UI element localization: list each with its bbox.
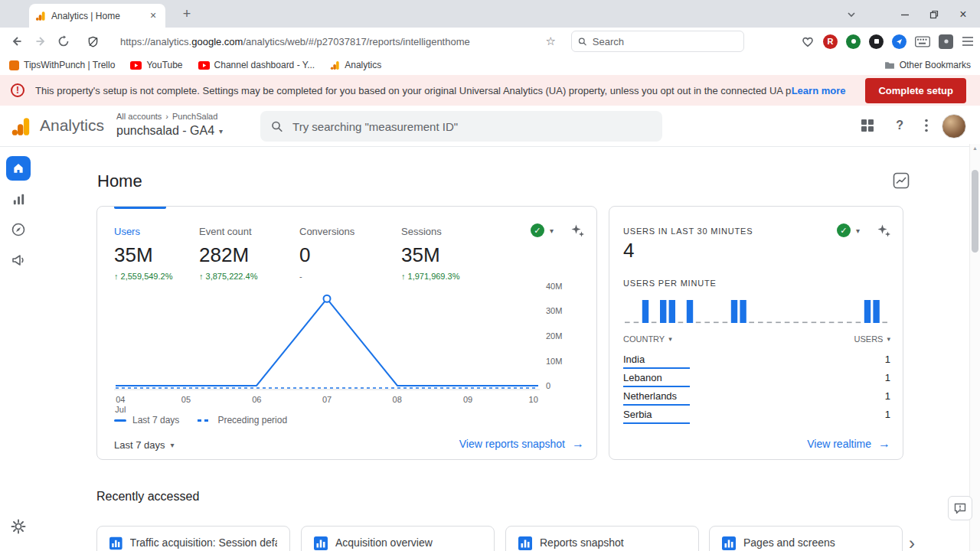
date-range-selector[interactable]: Last 7 days ▾ [114, 439, 175, 451]
scroll-up-arrow-icon[interactable]: ▲ [970, 145, 980, 151]
toolbar-search-box[interactable] [571, 31, 744, 52]
bookmark-star-icon[interactable]: ☆ [546, 34, 556, 48]
recent-card-pages-and-screens[interactable]: Pages and screens [709, 526, 903, 551]
chevron-down-icon: ▾ [887, 335, 890, 343]
analytics-header: Analytics All accounts › PunchSalad punc… [0, 106, 980, 147]
other-bookmarks-button[interactable]: Other Bookmarks [884, 60, 971, 70]
page-title: Home [97, 171, 142, 191]
site-info-shield-icon[interactable] [87, 36, 99, 47]
view-realtime-link[interactable]: View realtime → [807, 437, 890, 451]
recent-card-acquisition-overview[interactable]: Acquisition overview [301, 526, 495, 551]
refresh-button[interactable] [55, 33, 72, 50]
realtime-users-value: 4 [623, 239, 634, 262]
analytics-favicon [35, 11, 46, 21]
dashed-line-swatch [198, 419, 211, 422]
sidebar-item-home[interactable] [6, 156, 31, 181]
country-column-header[interactable]: COUNTRY▾ [623, 334, 672, 344]
report-icon [109, 536, 122, 550]
account-switcher[interactable]: All accounts › PunchSalad punchsalad - G… [116, 112, 223, 138]
tab-search-chevron-icon[interactable] [844, 7, 859, 22]
home-icon [11, 161, 25, 175]
browser-tab[interactable]: Analytics | Home × [29, 4, 165, 28]
sidebar-item-admin[interactable] [9, 517, 28, 536]
metric-tab-conversions[interactable]: Conversions 0 - [299, 226, 401, 281]
metric-tab-users[interactable]: Users 35M ↑ 2,559,549.2% [114, 226, 199, 281]
browser-menu-icon[interactable] [962, 36, 974, 47]
complete-setup-button[interactable]: Complete setup [865, 78, 966, 103]
chevron-down-icon[interactable]: ▾ [550, 227, 554, 235]
bookmark-channel-dashboard[interactable]: Channel dashboard - Y... [198, 60, 315, 70]
analytics-search-bar[interactable] [260, 111, 662, 142]
tipswithpunch-favicon [9, 60, 19, 70]
learn-more-link[interactable]: Learn more [792, 85, 846, 96]
sidebar-item-explore[interactable] [9, 220, 28, 239]
chevron-down-icon[interactable]: ▾ [856, 227, 860, 235]
metric-tabs: Users 35M ↑ 2,559,549.2% Event count 282… [97, 207, 596, 281]
recent-cards-next-chevron[interactable]: › [904, 533, 920, 551]
browser-toolbar: https://analytics.google.com/analytics/w… [0, 28, 980, 55]
kebab-menu-icon[interactable] [925, 119, 928, 132]
analytics-logo-icon[interactable] [11, 116, 31, 137]
gear-icon [11, 519, 26, 534]
recently-accessed-title: Recently accessed [96, 490, 199, 504]
feedback-button[interactable] [948, 496, 972, 520]
user-avatar[interactable] [942, 114, 966, 139]
insights-icon[interactable] [893, 172, 910, 189]
scrollbar-thumb[interactable] [972, 170, 978, 253]
view-reports-snapshot-link[interactable]: View reports snapshot → [459, 437, 584, 451]
active-metric-indicator [114, 207, 166, 209]
arrow-right-icon: → [572, 437, 584, 451]
sidebar-item-advertising[interactable] [9, 251, 28, 269]
window-restore-button[interactable] [926, 7, 942, 22]
bookmark-youtube[interactable]: YouTube [130, 60, 182, 70]
country-value-bar [623, 367, 690, 369]
card-actions: ✓ ▾ [837, 223, 891, 237]
back-button[interactable] [8, 33, 24, 50]
breadcrumb-separator-icon: › [165, 112, 168, 121]
page-scrollbar[interactable]: ▲ [969, 144, 980, 551]
sidebar-item-reports[interactable] [9, 190, 28, 208]
heart-icon[interactable] [801, 35, 815, 48]
keyboard-icon[interactable] [915, 36, 930, 47]
report-icon [314, 536, 328, 550]
breadcrumb-all-accounts[interactable]: All accounts [116, 112, 162, 121]
report-icon [722, 536, 736, 550]
property-selector[interactable]: punchsalad - GA4 ▾ [116, 124, 223, 138]
chevron-down-icon: ▾ [219, 127, 223, 135]
users-column-header[interactable]: USERS▾ [854, 334, 890, 344]
insights-sparkle-icon[interactable] [571, 223, 585, 237]
arrow-right-icon: → [878, 437, 890, 451]
breadcrumb-account[interactable]: PunchSalad [172, 112, 217, 121]
data-quality-check-icon[interactable]: ✓ [837, 223, 851, 237]
country-value-bar [623, 404, 690, 406]
recent-card-traffic-acquisition[interactable]: Traffic acquisition: Session defa... [96, 526, 290, 551]
chart-legend: Last 7 days Preceding period [114, 415, 287, 425]
analytics-wordmark[interactable]: Analytics [40, 116, 104, 135]
bookmarks-bar: TipsWithPunch | Trello YouTube Channel d… [0, 55, 980, 75]
metric-tab-event-count[interactable]: Event count 282M ↑ 3,875,222.4% [199, 226, 299, 281]
data-quality-check-icon[interactable]: ✓ [531, 223, 544, 237]
help-icon[interactable]: ? [896, 119, 903, 132]
new-tab-button[interactable]: + [178, 6, 195, 23]
extension-avatar-green[interactable] [846, 34, 861, 49]
insights-sparkle-icon[interactable] [877, 223, 891, 237]
extension-avatar-dark[interactable] [869, 34, 884, 49]
address-bar[interactable]: https://analytics.google.com/analytics/w… [80, 31, 564, 52]
bookmark-tipswithpunch[interactable]: TipsWithPunch | Trello [9, 60, 115, 70]
extension-avatar-r[interactable]: R [823, 34, 838, 49]
y-axis-labels: 40M 30M 20M 10M 0 [546, 277, 577, 393]
tab-title: Analytics | Home [51, 11, 147, 21]
extension-avatar-blue[interactable] [892, 34, 906, 49]
tab-close-icon[interactable]: × [147, 10, 159, 22]
bookmark-analytics[interactable]: Analytics [330, 60, 381, 70]
country-value-bar [623, 422, 690, 424]
realtime-card: USERS IN LAST 30 MINUTES ✓ ▾ 4 USERS PER… [609, 206, 903, 460]
extension-avatar-square[interactable] [939, 34, 953, 49]
window-close-button[interactable]: × [956, 7, 971, 22]
toolbar-search-input[interactable] [593, 36, 737, 47]
recent-card-reports-snapshot[interactable]: Reports snapshot [505, 526, 699, 551]
analytics-search-input[interactable] [292, 120, 652, 133]
forward-button[interactable] [32, 33, 49, 50]
window-minimize-button[interactable] [897, 7, 913, 22]
apps-grid-icon[interactable] [861, 119, 874, 132]
